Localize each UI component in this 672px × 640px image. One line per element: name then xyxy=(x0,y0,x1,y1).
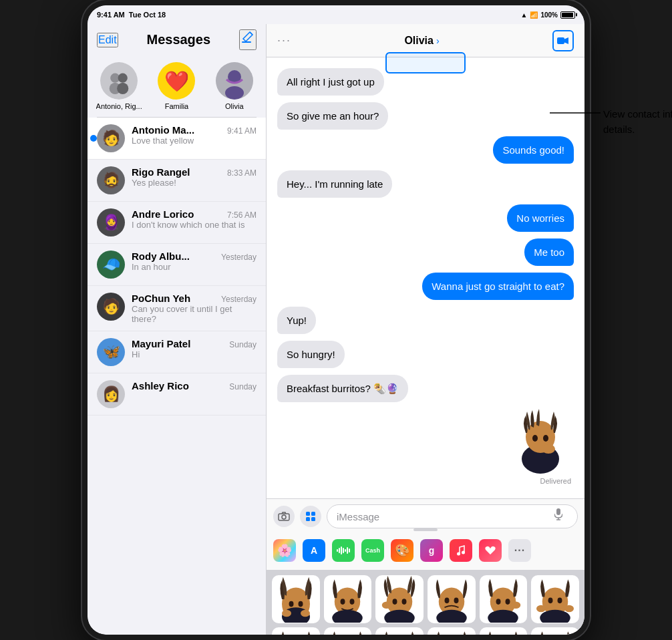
svg-point-46 xyxy=(384,610,415,623)
conversation-item-7[interactable]: 👩 Ashley Rico Sunday xyxy=(88,373,266,416)
pinned-item-familia[interactable]: ❤️ Familia xyxy=(152,62,200,110)
conversation-item-6[interactable]: 🦋 Mayuri Patel Sunday Hi xyxy=(88,331,266,373)
svg-point-45 xyxy=(382,601,391,609)
drawer-handle xyxy=(413,528,438,531)
conversation-item-2[interactable]: 🧔 Rigo Rangel 8:33 AM Yes please! xyxy=(88,160,266,202)
pinned-name-antonio: Antonio, Rig... xyxy=(96,102,142,110)
chat-dots: ··· xyxy=(277,33,291,47)
sidebar: Edit Messages xyxy=(88,24,267,635)
conversation-item-4[interactable]: 🧢 Rody Albu... Yesterday In an hour xyxy=(88,244,266,286)
camera-button[interactable] xyxy=(273,506,295,527)
giphy-app-icon[interactable]: g xyxy=(420,539,443,562)
message-bubble-8: Yup! xyxy=(277,307,574,334)
svg-point-37 xyxy=(301,610,310,617)
edit-button[interactable]: Edit xyxy=(97,33,118,47)
status-time: 9:41 AM xyxy=(97,11,125,19)
pinned-row: Antonio, Rig... ❤️ Familia xyxy=(88,55,266,117)
memoji-cell-10[interactable] xyxy=(428,627,476,635)
msg-time-6: Sunday xyxy=(229,340,257,349)
bubble-text-2: So give me an hour? xyxy=(277,102,388,130)
svg-point-34 xyxy=(298,601,303,607)
msg-header-3: Andre Lorico 7:56 AM xyxy=(132,208,257,220)
svg-rect-29 xyxy=(349,548,350,552)
memoji-face-5 xyxy=(480,576,526,623)
msg-preview-1: Love that yellow xyxy=(132,136,257,146)
msg-avatar-5: 🧑 xyxy=(97,293,125,321)
conversation-item-5[interactable]: 🧑 PoChun Yeh Yesterday Can you cover it … xyxy=(88,286,266,331)
chat-area: ··· Olivia › xyxy=(267,24,584,635)
msg-avatar-7: 👩 xyxy=(97,380,125,408)
memoji-face-11 xyxy=(480,628,526,635)
appstore-app-icon[interactable]: A xyxy=(303,539,325,562)
memoji-cell-4[interactable] xyxy=(428,575,476,623)
memoji-cell-2[interactable] xyxy=(324,575,372,623)
svg-rect-26 xyxy=(343,548,344,553)
memoji-cell-3[interactable] xyxy=(375,575,424,623)
video-call-button[interactable] xyxy=(552,30,574,51)
compose-button[interactable] xyxy=(239,29,257,50)
input-row: iMessage xyxy=(273,504,578,528)
messages-scroll[interactable]: All right I just got up So give me an ho… xyxy=(267,57,584,498)
heart-icon xyxy=(484,545,496,556)
more-app-icon[interactable]: ··· xyxy=(508,539,531,562)
video-camera-icon xyxy=(557,37,569,45)
msg-header-1: Antonio Ma... 9:41 AM xyxy=(132,124,257,136)
contact-name-wrapper[interactable]: Olivia › xyxy=(404,35,439,47)
memoji-cell-6[interactable] xyxy=(531,575,579,623)
message-list[interactable]: 🧑 Antonio Ma... 9:41 AM Love that yellow… xyxy=(88,118,266,635)
msg-content-6: Mayuri Patel Sunday Hi xyxy=(132,338,257,359)
memoji-cell-11[interactable] xyxy=(480,627,528,635)
app-content: Edit Messages xyxy=(88,24,584,635)
memoji-cell-12[interactable] xyxy=(531,627,579,635)
message-bubble-9: So hungry! xyxy=(277,341,574,368)
memoji-cell-1[interactable] xyxy=(272,575,320,623)
waveform-icon xyxy=(337,546,350,554)
memoji-message: Delivered xyxy=(277,409,574,485)
unread-indicator xyxy=(90,135,97,142)
memoji-cell-8[interactable] xyxy=(324,627,372,635)
svg-rect-20 xyxy=(556,508,560,515)
pinned-item-antonio[interactable]: Antonio, Rig... xyxy=(95,62,143,110)
svg-point-48 xyxy=(444,597,449,603)
message-bubble-2: So give me an hour? xyxy=(277,102,574,130)
music-app-icon[interactable] xyxy=(450,539,472,562)
app-drawer: 🌸 A xyxy=(273,534,578,565)
msg-time-5: Yesterday xyxy=(221,295,257,304)
memoji-cell-9[interactable] xyxy=(375,627,424,635)
mic-button[interactable] xyxy=(554,508,570,524)
memoji-face-8 xyxy=(324,628,371,635)
svg-point-7 xyxy=(225,86,244,100)
audio-app-icon[interactable] xyxy=(332,539,355,562)
svg-point-36 xyxy=(282,610,291,617)
svg-rect-19 xyxy=(311,517,315,521)
stickers-app-icon[interactable]: 🎨 xyxy=(391,539,413,562)
message-input[interactable]: iMessage xyxy=(327,504,578,528)
apps-button[interactable] xyxy=(300,506,321,527)
memoji-cell-5[interactable] xyxy=(480,575,528,623)
photos-app-icon[interactable]: 🌸 xyxy=(273,539,296,562)
conversation-item-1[interactable]: 🧑 Antonio Ma... 9:41 AM Love that yellow xyxy=(88,118,266,160)
svg-rect-0 xyxy=(242,41,251,43)
svg-point-44 xyxy=(402,599,407,605)
cash-app-icon[interactable]: Cash xyxy=(361,539,384,562)
apps-icon xyxy=(305,510,317,522)
msg-preview-6: Hi xyxy=(132,349,257,359)
heart-app-icon[interactable] xyxy=(479,539,502,562)
svg-point-50 xyxy=(436,610,467,623)
memoji-face-3 xyxy=(376,576,423,623)
svg-rect-23 xyxy=(337,549,338,552)
svg-point-30 xyxy=(457,552,460,556)
message-bubble-5: No worries xyxy=(277,204,574,232)
message-bubble-10: Breakfast burritos? 🌯🔮 xyxy=(277,375,574,402)
msg-header-7: Ashley Rico Sunday xyxy=(132,380,257,391)
annotation-line-svg xyxy=(550,112,603,114)
svg-point-15 xyxy=(282,515,286,519)
annotation-container: View contact info and conversation detai… xyxy=(603,107,672,137)
memoji-cell-7[interactable] xyxy=(272,627,320,635)
pinned-item-olivia[interactable]: Olivia xyxy=(210,62,259,110)
msg-name-7: Ashley Rico xyxy=(132,380,189,391)
msg-name-2: Rigo Rangel xyxy=(132,166,190,178)
bubble-text-4: Hey... I'm running late xyxy=(277,170,392,198)
conversation-item-3[interactable]: 🧕 Andre Lorico 7:56 AM I don't know whic… xyxy=(88,202,266,244)
input-area: iMessage xyxy=(267,498,584,570)
